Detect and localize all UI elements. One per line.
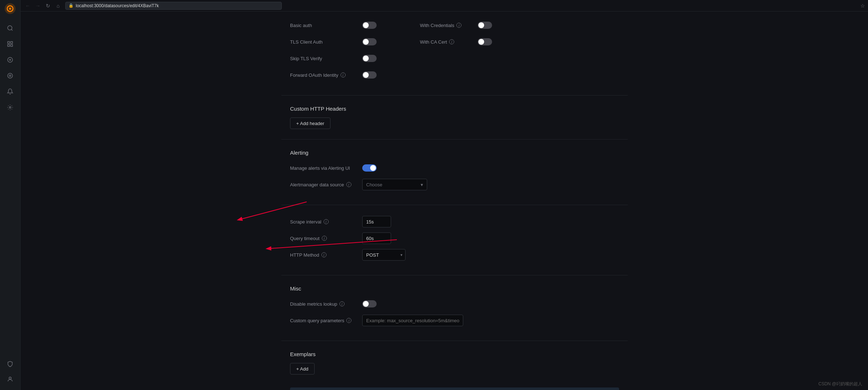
- disable-metrics-info-icon[interactable]: i: [339, 301, 345, 306]
- alertmanager-row: Alertmanager data source i Choose ▾: [290, 178, 619, 191]
- with-credentials-label: With Credentials i: [420, 23, 478, 28]
- url-text: localhost:3000/datasources/edit/4XBaviT7…: [76, 3, 159, 8]
- disable-metrics-label: Disable metrics lookup i: [290, 301, 362, 307]
- svg-point-2: [9, 8, 11, 10]
- manage-alerts-label: Manage alerts via Alerting UI: [290, 165, 362, 171]
- sidebar: [0, 0, 21, 390]
- exemplars-title: Exemplars: [290, 351, 619, 357]
- custom-query-info-icon[interactable]: i: [346, 318, 351, 323]
- forward-oauth-row: Forward OAuth Identity i: [290, 68, 619, 81]
- status-area: ✓ Data source is working: [281, 387, 628, 390]
- with-ca-cert-info-icon[interactable]: i: [449, 39, 454, 44]
- disable-metrics-row: Disable metrics lookup i: [290, 297, 619, 310]
- query-timeout-info-icon[interactable]: i: [322, 236, 327, 241]
- sidebar-item-search[interactable]: [3, 21, 17, 35]
- basic-auth-track: [362, 22, 377, 29]
- forward-oauth-label: Forward OAuth Identity i: [290, 72, 362, 78]
- alerting-title: Alerting: [290, 150, 619, 156]
- http-method-select[interactable]: GET POST: [362, 249, 405, 261]
- sidebar-item-dashboards[interactable]: [3, 37, 17, 51]
- query-timeout-row: Query timeout i 60s: [290, 232, 619, 245]
- svg-point-14: [9, 377, 11, 379]
- disable-metrics-toggle[interactable]: [362, 300, 377, 307]
- add-header-button[interactable]: + Add header: [290, 118, 330, 129]
- skip-tls-track: [362, 55, 377, 62]
- manage-alerts-track: [362, 164, 377, 172]
- sidebar-item-create[interactable]: [3, 53, 17, 67]
- with-credentials-track: [478, 22, 492, 29]
- svg-point-13: [9, 107, 11, 108]
- misc-section: Misc Disable metrics lookup i Custom que…: [281, 278, 628, 338]
- query-timeout-label: Query timeout i: [290, 236, 362, 241]
- sidebar-item-alerting[interactable]: [3, 84, 17, 99]
- alertmanager-info-icon[interactable]: i: [346, 182, 351, 187]
- grafana-logo: [4, 3, 16, 14]
- browser-nav: ← → ↻ ⌂: [23, 1, 62, 10]
- alertmanager-dropdown[interactable]: Choose ▾: [362, 179, 427, 190]
- with-credentials-info-icon[interactable]: i: [456, 23, 461, 28]
- http-method-info-icon[interactable]: i: [321, 252, 326, 257]
- tls-client-track: [362, 38, 377, 45]
- svg-rect-5: [11, 41, 13, 43]
- scrape-interval-info-icon[interactable]: i: [324, 219, 329, 224]
- query-timeout-input[interactable]: 60s: [362, 232, 391, 244]
- forward-oauth-toggle[interactable]: [362, 71, 377, 79]
- with-ca-cert-track: [478, 38, 492, 45]
- basic-auth-label: Basic auth: [290, 23, 362, 28]
- alertmanager-label: Alertmanager data source i: [290, 182, 362, 187]
- status-banner: ✓ Data source is working: [290, 387, 619, 390]
- sidebar-item-explore[interactable]: [3, 68, 17, 83]
- sidebar-item-shield[interactable]: [3, 357, 17, 371]
- http-headers-title: Custom HTTP Headers: [290, 106, 619, 112]
- topbar-right: ☆: [860, 3, 865, 9]
- with-ca-cert-label: With CA Cert i: [420, 39, 478, 45]
- address-bar[interactable]: 🔒 localhost:3000/datasources/edit/4XBavi…: [65, 2, 282, 10]
- tls-client-toggle[interactable]: [362, 38, 377, 45]
- exemplars-section: Exemplars + Add: [281, 344, 628, 382]
- tls-client-row: TLS Client Auth With CA Cert i: [290, 35, 619, 48]
- main-content: Basic auth With Credentials i: [41, 12, 868, 390]
- security-icon: 🔒: [69, 3, 74, 8]
- home-button[interactable]: ⌂: [54, 1, 62, 10]
- svg-point-12: [9, 75, 11, 77]
- skip-tls-label: Skip TLS Verify: [290, 56, 362, 61]
- misc-title: Misc: [290, 285, 619, 292]
- scrape-interval-label: Scrape interval i: [290, 219, 362, 225]
- tls-section: Basic auth With Credentials i: [281, 12, 628, 92]
- basic-auth-toggle[interactable]: [362, 22, 377, 29]
- svg-point-11: [8, 73, 13, 78]
- forward-button[interactable]: →: [34, 1, 42, 10]
- sidebar-item-configuration[interactable]: [3, 100, 17, 115]
- svg-rect-7: [11, 45, 13, 46]
- with-ca-cert-toggle[interactable]: [478, 38, 492, 45]
- sidebar-item-profile[interactable]: [3, 372, 17, 386]
- skip-tls-row: Skip TLS Verify: [290, 52, 619, 65]
- bookmark-button[interactable]: ☆: [860, 3, 865, 9]
- add-exemplar-button[interactable]: + Add: [290, 363, 315, 375]
- svg-point-3: [8, 26, 12, 30]
- custom-query-input[interactable]: [362, 315, 463, 326]
- basic-auth-row: Basic auth With Credentials i: [290, 19, 619, 32]
- query-settings-section: Scrape interval i 15s Query timeout i 60…: [281, 208, 628, 272]
- scrape-interval-row: Scrape interval i 15s: [290, 215, 619, 228]
- skip-tls-toggle[interactable]: [362, 55, 377, 62]
- svg-rect-4: [8, 41, 9, 43]
- reload-button[interactable]: ↻: [44, 1, 52, 10]
- manage-alerts-row: Manage alerts via Alerting UI: [290, 161, 619, 174]
- forward-oauth-info-icon[interactable]: i: [341, 72, 346, 77]
- http-method-label: HTTP Method i: [290, 252, 362, 258]
- chevron-down-icon: ▾: [421, 182, 423, 187]
- with-credentials-toggle[interactable]: [478, 22, 492, 29]
- manage-alerts-toggle[interactable]: [362, 164, 377, 172]
- disable-metrics-track: [362, 300, 377, 307]
- scrape-interval-input[interactable]: 15s: [362, 216, 391, 227]
- back-button[interactable]: ←: [23, 1, 32, 10]
- watermark: CSDN @叼奶嘴的超人: [818, 381, 862, 387]
- tls-client-label: TLS Client Auth: [290, 39, 362, 45]
- alerting-section: Alerting Manage alerts via Alerting UI A…: [281, 142, 628, 202]
- custom-query-label: Custom query parameters i: [290, 318, 362, 323]
- http-headers-section: Custom HTTP Headers + Add header: [281, 98, 628, 136]
- http-method-select-wrapper: GET POST: [362, 249, 405, 261]
- custom-query-row: Custom query parameters i: [290, 314, 619, 327]
- http-method-row: HTTP Method i GET POST: [290, 248, 619, 261]
